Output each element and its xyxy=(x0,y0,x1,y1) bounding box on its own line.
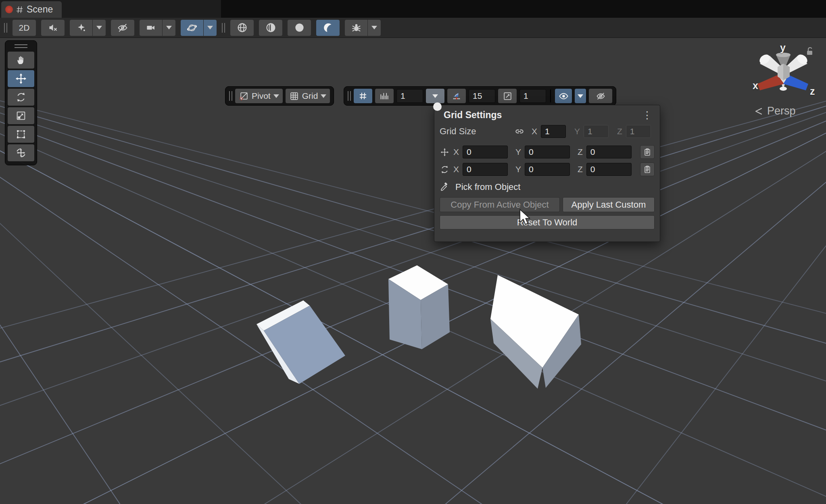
pivot-grid-bar: Pivot Grid xyxy=(225,86,334,106)
gizmo-y-label[interactable]: y xyxy=(780,42,786,54)
chevron-down-icon xyxy=(578,94,583,98)
pivot-icon xyxy=(239,91,249,101)
gizmo-z-label[interactable]: z xyxy=(810,85,815,97)
shading-half-button[interactable] xyxy=(259,20,282,36)
effects-button[interactable] xyxy=(70,20,92,36)
grid-visibility-toggle[interactable] xyxy=(354,89,372,103)
axis-y-label: Y xyxy=(515,147,521,157)
hidden-objects-button[interactable] xyxy=(111,20,134,36)
projection-label[interactable]: Persp xyxy=(753,105,796,117)
rotate-y-field[interactable] xyxy=(525,163,570,176)
scale-snap-value[interactable] xyxy=(519,89,546,103)
cube-right[interactable] xyxy=(490,275,581,389)
grid-settings-dropdown[interactable] xyxy=(426,89,444,103)
toggle-2d-button[interactable]: 2D xyxy=(13,20,36,36)
grid-size-z-field xyxy=(626,125,651,138)
scale-tool-icon xyxy=(15,110,27,121)
snap-visibility-toggle[interactable] xyxy=(555,89,572,103)
hand-tool-icon xyxy=(15,54,27,66)
pivot-dropdown-button[interactable]: Pivot xyxy=(235,89,283,103)
scale-tool-button[interactable] xyxy=(8,107,34,124)
rotate-z-field[interactable] xyxy=(586,163,632,176)
move-y-field[interactable] xyxy=(525,146,570,158)
axis-y-label: Y xyxy=(515,165,521,174)
snap-hidden-toggle[interactable] xyxy=(589,89,612,103)
grid-size-x-field[interactable] xyxy=(541,125,566,138)
record-dot-icon xyxy=(5,6,13,13)
chevron-down-icon xyxy=(321,94,326,98)
clipboard-icon xyxy=(643,165,652,174)
gizmos-button[interactable] xyxy=(181,20,203,36)
effects-dropdown[interactable] xyxy=(93,20,106,36)
rotate-icon xyxy=(440,165,450,175)
rotate-tool-button[interactable] xyxy=(8,89,34,106)
shading-wire-button[interactable] xyxy=(230,20,254,36)
panel-buttons-row: Copy From Active Object Apply Last Custo… xyxy=(440,197,655,212)
move-tool-icon xyxy=(15,73,27,85)
axis-y-label: Y xyxy=(574,127,580,136)
move-tool-button[interactable] xyxy=(8,70,34,87)
debug-dropdown[interactable] xyxy=(368,20,381,36)
cube-middle[interactable] xyxy=(388,265,450,349)
link-icon xyxy=(514,126,525,137)
snap-visibility-dropdown[interactable] xyxy=(575,89,586,103)
toolbar-separator xyxy=(222,23,225,33)
move-offset-row: X Y Z xyxy=(440,145,655,159)
scene-tab[interactable]: Scene xyxy=(1,1,62,18)
scale-snap-button[interactable] xyxy=(498,89,517,103)
gizmos-dropdown[interactable] xyxy=(204,20,217,36)
hand-tool-button[interactable] xyxy=(8,52,34,69)
rotate-snap-value[interactable] xyxy=(469,89,495,103)
paste-rotate-button[interactable] xyxy=(640,162,655,176)
pick-from-object-row[interactable]: Pick from Object xyxy=(440,182,655,192)
move-z-field[interactable] xyxy=(586,146,632,158)
rotate-tool-icon xyxy=(15,91,27,103)
visibility-off-icon xyxy=(117,22,128,33)
cube-left[interactable] xyxy=(257,300,345,384)
paste-move-button[interactable] xyxy=(640,145,655,159)
persp-text: Persp xyxy=(767,105,796,117)
tools-drag-handle[interactable] xyxy=(15,44,27,48)
rotate-x-field[interactable] xyxy=(463,163,508,176)
scene-toolbar: 2D xyxy=(0,18,826,38)
lighting-toggle-button[interactable] xyxy=(316,20,340,36)
grid-dropdown-button[interactable]: Grid xyxy=(286,89,330,103)
grid-settings-panel: Grid Settings ⋮ Grid Size X Y Z xyxy=(434,105,660,242)
grid-size-label: Grid Size xyxy=(440,126,511,137)
reset-to-world-button[interactable]: Reset To World xyxy=(440,215,655,229)
orientation-gizmo[interactable]: y x z xyxy=(746,40,826,105)
audio-muted-button[interactable] xyxy=(41,20,65,36)
bar-drag-handle[interactable] xyxy=(229,91,232,101)
camera-dropdown[interactable] xyxy=(163,20,175,36)
link-axes-button[interactable] xyxy=(514,126,525,137)
orbit-gizmo-icon xyxy=(186,22,198,33)
move-snap-value[interactable] xyxy=(396,89,423,103)
debug-bug-button[interactable] xyxy=(345,20,367,36)
toolbar-drag-handle[interactable] xyxy=(4,23,7,33)
camera-button[interactable] xyxy=(140,20,162,36)
gizmo-x-label[interactable]: x xyxy=(753,80,758,92)
move-x-field[interactable] xyxy=(463,146,508,158)
panel-header: Grid Settings ⋮ xyxy=(440,108,655,121)
move-snap-button[interactable] xyxy=(375,89,394,103)
tab-title: Scene xyxy=(27,4,53,15)
transform-tool-button[interactable] xyxy=(8,144,34,161)
grid-size-y-field xyxy=(584,125,609,138)
panel-menu-button[interactable]: ⋮ xyxy=(640,110,655,121)
mouse-cursor xyxy=(519,209,533,227)
shading-solid-button[interactable] xyxy=(288,20,311,36)
reset-row: Reset To World xyxy=(440,215,655,229)
scale-snap-icon xyxy=(503,91,513,101)
bar-drag-handle[interactable] xyxy=(348,91,351,101)
grid-icon xyxy=(289,91,299,101)
rect-tool-button[interactable] xyxy=(8,126,34,143)
copy-from-active-button[interactable]: Copy From Active Object xyxy=(440,197,560,212)
effects-star-icon xyxy=(76,22,87,33)
move-icon xyxy=(440,147,450,157)
axis-z-label: Z xyxy=(617,127,622,136)
scene-viewport[interactable]: Pivot Grid xyxy=(0,38,826,504)
apply-last-custom-button[interactable]: Apply Last Custom xyxy=(563,197,655,212)
rotate-snap-button[interactable] xyxy=(447,89,466,103)
moon-icon xyxy=(322,22,334,33)
chevron-down-icon xyxy=(273,94,279,98)
